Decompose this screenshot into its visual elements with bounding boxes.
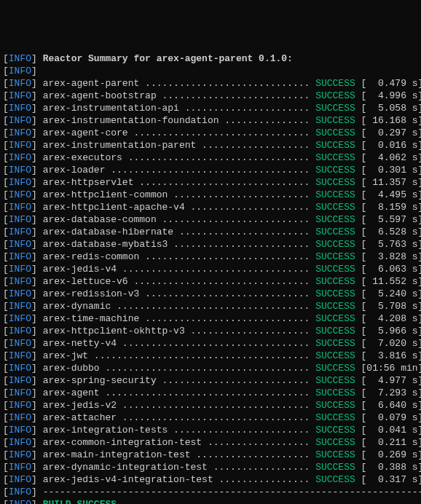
module-name: arex-agent-parent ......................… xyxy=(43,78,310,89)
build-status: SUCCESS xyxy=(315,301,355,312)
module-row: [INFO] arex-instrumentation-foundation .… xyxy=(3,114,418,127)
build-time: [ 6.528 s] xyxy=(361,227,421,237)
build-time: [ 3.816 s] xyxy=(361,350,421,361)
module-row: [INFO] arex-redission-v3 ...............… xyxy=(3,288,418,300)
build-time: [ 16.168 s] xyxy=(361,115,421,126)
build-status: SUCCESS xyxy=(315,400,355,411)
build-time: [ 4.495 s] xyxy=(361,189,421,200)
build-status: SUCCESS xyxy=(315,239,355,250)
module-name: arex-instrumentation-parent ............… xyxy=(43,140,310,151)
module-row: [INFO] arex-jwt ........................… xyxy=(3,350,418,362)
build-status: SUCCESS xyxy=(315,387,355,398)
module-name: arex-agent .............................… xyxy=(43,387,310,398)
build-time: [ 5.058 s] xyxy=(361,103,421,114)
build-time: [ 11.552 s] xyxy=(361,276,421,287)
build-status: SUCCESS xyxy=(315,288,355,299)
log-line: [INFO] BUILD SUCCESS xyxy=(3,498,418,504)
build-time: [ 8.159 s] xyxy=(361,202,421,213)
module-name: arex-jedis-v4-integration-test .........… xyxy=(43,474,310,485)
module-name: arex-jedis-v4 ..........................… xyxy=(43,264,310,275)
module-name: arex-redission-v3 ......................… xyxy=(43,288,310,299)
module-name: arex-attacher ..........................… xyxy=(43,412,310,423)
module-row: [INFO] arex-jedis-v2 ...................… xyxy=(3,399,418,412)
module-row: [INFO] arex-common-integration-test ....… xyxy=(3,436,418,449)
module-name: arex-httpservlet .......................… xyxy=(43,177,310,188)
build-time: [ 4.208 s] xyxy=(361,313,421,324)
build-status: SUCCESS xyxy=(315,437,355,448)
build-status: SUCCESS xyxy=(315,462,355,473)
build-time: [ 4.996 s] xyxy=(361,90,421,101)
module-name: arex-httpclient-common .................… xyxy=(43,189,310,200)
build-success: BUILD SUCCESS xyxy=(43,499,117,504)
build-status: SUCCESS xyxy=(315,350,355,361)
module-name: arex-integration-tests .................… xyxy=(43,425,310,436)
build-status: SUCCESS xyxy=(315,363,355,374)
build-status: SUCCESS xyxy=(315,338,355,349)
module-name: arex-main-integration-test .............… xyxy=(43,449,310,460)
module-row: [INFO] arex-integration-tests ..........… xyxy=(3,424,418,436)
build-status: SUCCESS xyxy=(315,202,355,213)
module-name: arex-lettuce-v6 ........................… xyxy=(43,276,310,287)
module-row: [INFO] arex-instrumentation-api ........… xyxy=(3,102,418,114)
module-row: [INFO] arex-spring-security ............… xyxy=(3,374,418,387)
module-name: arex-httpclient-okhttp-v3 ..............… xyxy=(43,326,310,336)
build-status: SUCCESS xyxy=(315,264,355,275)
module-name: arex-dynamic ...........................… xyxy=(43,301,310,312)
module-row: [INFO] arex-instrumentation-parent .....… xyxy=(3,139,418,151)
module-name: arex-instrumentation-foundation ........… xyxy=(43,115,310,126)
build-time: [ 5.597 s] xyxy=(361,214,421,225)
module-row: [INFO] arex-redis-common ...............… xyxy=(3,251,418,263)
build-status: SUCCESS xyxy=(315,127,355,138)
build-time: [ 7.020 s] xyxy=(361,338,421,349)
module-name: arex-httpclient-apache-v4 ..............… xyxy=(43,202,310,213)
reactor-summary-header: Reactor Summary for arex-agent-parent 0.… xyxy=(43,53,293,64)
build-time: [ 0.317 s] xyxy=(361,474,421,485)
build-time: [ 0.388 s] xyxy=(361,462,421,473)
module-name: arex-jwt ...............................… xyxy=(43,350,310,361)
separator: ----------------------------------------… xyxy=(43,487,421,497)
build-status: SUCCESS xyxy=(315,165,355,176)
build-time: [ 4.977 s] xyxy=(361,375,421,386)
module-row: [INFO] arex-database-common ............… xyxy=(3,213,418,226)
build-time: [ 5.240 s] xyxy=(361,288,421,299)
module-row: [INFO] arex-dynamic ....................… xyxy=(3,300,418,312)
module-name: arex-agent-core ........................… xyxy=(43,127,310,138)
build-status: SUCCESS xyxy=(315,78,355,89)
build-time: [ 0.211 s] xyxy=(361,437,421,448)
build-status: SUCCESS xyxy=(315,115,355,126)
module-row: [INFO] arex-agent ......................… xyxy=(3,387,418,399)
module-row: [INFO] arex-netty-v4 ...................… xyxy=(3,337,418,350)
module-row: [INFO] arex-executors ..................… xyxy=(3,151,418,164)
log-line: [INFO] ---------------------------------… xyxy=(3,486,418,498)
module-name: arex-time-machine ......................… xyxy=(43,313,310,324)
build-status: SUCCESS xyxy=(315,313,355,324)
module-row: [INFO] arex-dynamic-integration-test ...… xyxy=(3,461,418,473)
build-status: SUCCESS xyxy=(315,227,355,237)
build-time: [ 0.269 s] xyxy=(361,449,421,460)
build-status: SUCCESS xyxy=(315,449,355,460)
module-name: arex-loader ............................… xyxy=(43,165,310,176)
module-name: arex-jedis-v2 ..........................… xyxy=(43,400,310,411)
build-status: SUCCESS xyxy=(315,189,355,200)
module-row: [INFO] arex-jedis-v4 ...................… xyxy=(3,263,418,275)
build-time: [ 0.079 s] xyxy=(361,412,421,423)
build-time: [ 6.640 s] xyxy=(361,400,421,411)
module-name: arex-spring-security ...................… xyxy=(43,375,310,386)
build-time: [ 6.063 s] xyxy=(361,264,421,275)
module-name: arex-redis-common ......................… xyxy=(43,251,310,262)
build-status: SUCCESS xyxy=(315,177,355,188)
build-time: [ 5.708 s] xyxy=(361,301,421,312)
console-output: [INFO] Reactor Summary for arex-agent-pa… xyxy=(3,52,418,504)
build-status: SUCCESS xyxy=(315,152,355,163)
module-name: arex-database-mybatis3 .................… xyxy=(43,239,310,250)
build-time: [ 0.301 s] xyxy=(361,165,421,176)
build-time: [ 7.293 s] xyxy=(361,387,421,398)
build-time: [ 5.763 s] xyxy=(361,239,421,250)
module-row: [INFO] arex-database-mybatis3 ..........… xyxy=(3,238,418,251)
build-status: SUCCESS xyxy=(315,103,355,114)
build-time: [ 11.357 s] xyxy=(361,177,421,188)
module-row: [INFO] arex-jedis-v4-integration-test ..… xyxy=(3,473,418,486)
build-status: SUCCESS xyxy=(315,140,355,151)
module-row: [INFO] arex-database-hibernate .........… xyxy=(3,226,418,238)
module-name: arex-executors .........................… xyxy=(43,152,310,163)
